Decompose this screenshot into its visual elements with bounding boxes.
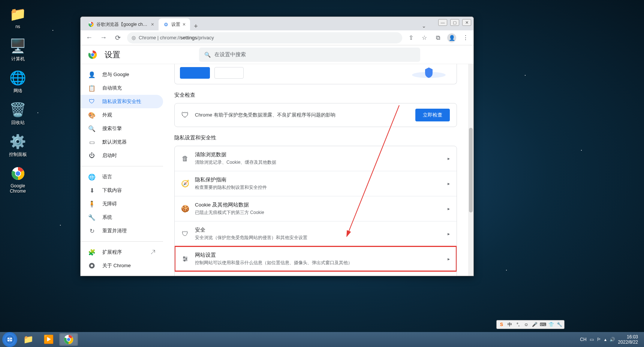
folder-icon: 📁	[9, 6, 26, 22]
network-icon: 🌐	[9, 69, 26, 86]
ime-tool-icon[interactable]: 🔧	[556, 321, 563, 328]
sidebar-item-appearance[interactable]: 🎨外观	[81, 108, 163, 122]
ime-voice-icon[interactable]: 🎤	[531, 321, 538, 328]
reload-button[interactable]: ⟳	[113, 33, 123, 43]
svg-point-13	[184, 257, 185, 258]
start-button[interactable]	[2, 332, 17, 347]
tab-close-icon[interactable]: ×	[151, 21, 154, 27]
side-panel-icon[interactable]: ⧉	[434, 34, 442, 42]
partial-outline-button[interactable]	[214, 67, 244, 79]
ime-emoji-icon[interactable]: ☺	[523, 321, 530, 328]
check-now-button[interactable]: 立即检查	[415, 109, 450, 121]
safety-check-heading: 安全检查	[174, 92, 462, 99]
row-security[interactable]: 🛡 安全安全浏览（保护您免受危险网站的侵害）和其他安全设置 ▸	[175, 221, 457, 246]
privacy-settings-card: 🗑 清除浏览数据清除浏览记录、Cookie、缓存及其他数据 ▸ 🧭 隐私保护指南…	[174, 146, 457, 276]
svg-point-14	[186, 259, 187, 260]
tab-settings[interactable]: ⚙ 设置 ×	[159, 18, 190, 30]
sidebar-item-privacy[interactable]: 🛡隐私设置和安全性	[81, 95, 163, 108]
task-media-player[interactable]: ▶️	[39, 333, 58, 346]
sidebar-item-search-engine[interactable]: 🔍搜索引擎	[81, 122, 163, 135]
tray-clock[interactable]: 16:03 2022/8/22	[618, 334, 638, 345]
taskbar: 📁 ▶️ CH ▭ 🏳 ▴ 🔊 16:03 2022/8/22	[0, 332, 644, 347]
recycle-bin-icon: 🗑️	[9, 101, 26, 118]
ime-keyboard-icon[interactable]: ⌨	[539, 321, 546, 328]
row-privacy-guide[interactable]: 🧭 隐私保护指南检查重要的隐私控制设置和安全控件 ▸	[175, 171, 457, 196]
menu-icon[interactable]: ⋮	[461, 34, 470, 42]
desktop-icon-chrome[interactable]: Google Chrome	[4, 165, 32, 194]
new-tab-button[interactable]: +	[190, 22, 202, 30]
maximize-button[interactable]: ▢	[450, 19, 459, 26]
tray-volume-icon[interactable]: 🔊	[610, 337, 615, 342]
tray-lang[interactable]: CH	[580, 337, 586, 342]
row-clear-browsing-data[interactable]: 🗑 清除浏览数据清除浏览记录、Cookie、缓存及其他数据 ▸	[175, 146, 457, 171]
sogou-icon[interactable]: S	[498, 321, 505, 328]
minimize-button[interactable]: —	[438, 19, 447, 26]
sidebar-item-extensions[interactable]: 🧩扩展程序🡥	[81, 245, 163, 259]
forward-button[interactable]: →	[99, 33, 108, 43]
window-icon: ▭	[88, 139, 96, 146]
sidebar-item-system[interactable]: 🔧系统	[81, 211, 163, 224]
sidebar-item-accessibility[interactable]: 🧍无障碍	[81, 197, 163, 211]
cookie-icon: 🍪	[181, 205, 189, 213]
chrome-icon	[88, 263, 96, 269]
sidebar-item-default-browser[interactable]: ▭默认浏览器	[81, 135, 163, 149]
row-site-settings[interactable]: 网站设置控制网站可以使用和显示什么信息（如位置信息、摄像头、弹出式窗口及其他） …	[175, 246, 457, 271]
desktop-icon-computer[interactable]: 🖥️ 计算机	[4, 37, 32, 62]
trash-icon: 🗑	[181, 155, 189, 163]
search-icon: 🔍	[204, 52, 211, 58]
sidebar-item-language[interactable]: 🌐语言	[81, 170, 163, 184]
sidebar-item-about[interactable]: 关于 Chrome	[81, 259, 163, 272]
desktop-icon-network[interactable]: 🌐 网络	[4, 69, 32, 94]
ime-mode[interactable]: 中	[506, 321, 513, 328]
url-input[interactable]: ◎ Chrome | chrome://settings/privacy	[127, 32, 402, 43]
tray-expand-icon[interactable]: ▴	[604, 337, 607, 342]
chrome-scheme-icon: ◎	[132, 35, 136, 40]
chevron-right-icon: ▸	[448, 256, 450, 262]
back-button[interactable]: ←	[84, 33, 94, 43]
shield-icon: 🛡	[181, 111, 189, 120]
shield-icon: 🛡	[88, 98, 96, 105]
computer-icon: 🖥️	[9, 37, 26, 54]
chrome-favicon-icon	[88, 21, 94, 27]
chevron-right-icon: ▸	[448, 181, 450, 186]
tab-google-chrome-site[interactable]: 谷歌浏览器【google chrome】 ×	[84, 18, 159, 30]
chrome-icon	[9, 165, 26, 182]
row-cookies[interactable]: 🍪 Cookie 及其他网站数据已阻止无痕模式下的第三方 Cookie ▸	[175, 196, 457, 221]
tray-flag-icon[interactable]: 🏳	[597, 337, 601, 342]
clipboard-icon: 📋	[88, 85, 96, 92]
sidebar-item-autofill[interactable]: 📋自动填充	[81, 81, 163, 95]
ime-punct-icon[interactable]: °,	[515, 321, 521, 328]
desktop-icon-ns[interactable]: 📁 ns	[4, 6, 32, 29]
control-panel-icon: ⚙️	[9, 133, 26, 150]
row-privacy-sandbox[interactable]: ⚗ 隐私沙盒试用版功能已开启 🡥	[175, 271, 457, 276]
task-explorer[interactable]: 📁	[19, 333, 37, 346]
scrollbar-thumb[interactable]	[469, 128, 473, 212]
tray-ime-icon[interactable]: ▭	[590, 337, 594, 342]
download-icon: ⬇	[88, 187, 96, 194]
chrome-logo-icon	[88, 50, 97, 59]
profile-icon[interactable]: 👤	[447, 33, 456, 42]
tab-close-icon[interactable]: ×	[183, 21, 186, 27]
tab-dropdown-icon[interactable]: ⌄	[419, 21, 429, 30]
desktop-icon-recycle[interactable]: 🗑️ 回收站	[4, 101, 32, 126]
bookmark-icon[interactable]: ☆	[420, 34, 428, 42]
search-icon: 🔍	[88, 125, 96, 132]
sidebar-item-downloads[interactable]: ⬇下载内容	[81, 184, 163, 197]
partial-primary-button[interactable]	[180, 67, 210, 79]
svg-point-6	[91, 53, 94, 56]
ime-skin-icon[interactable]: 👕	[548, 321, 554, 328]
compass-icon: 🧭	[181, 179, 189, 188]
sidebar-item-startup[interactable]: ⏻启动时	[81, 149, 163, 162]
close-button[interactable]: ✕	[462, 19, 471, 26]
ime-toolbar[interactable]: S 中 °, ☺ 🎤 ⌨ 👕 🔧	[496, 320, 565, 329]
sidebar-item-reset[interactable]: ↻重置并清理	[81, 224, 163, 238]
desktop-icon-control-panel[interactable]: ⚙️ 控制面板	[4, 133, 32, 158]
puzzle-icon: 🧩	[88, 249, 96, 256]
system-tray: CH ▭ 🏳 ▴ 🔊 16:03 2022/8/22	[580, 334, 642, 345]
share-icon[interactable]: ⇪	[407, 34, 415, 42]
task-chrome[interactable]	[59, 333, 78, 346]
privacy-heading: 隐私设置和安全性	[174, 135, 462, 141]
settings-search-input[interactable]: 🔍 在设置中搜索	[199, 48, 420, 62]
sidebar-item-you-and-google[interactable]: 👤您与 Google	[81, 68, 163, 81]
scrollbar[interactable]	[468, 64, 473, 276]
